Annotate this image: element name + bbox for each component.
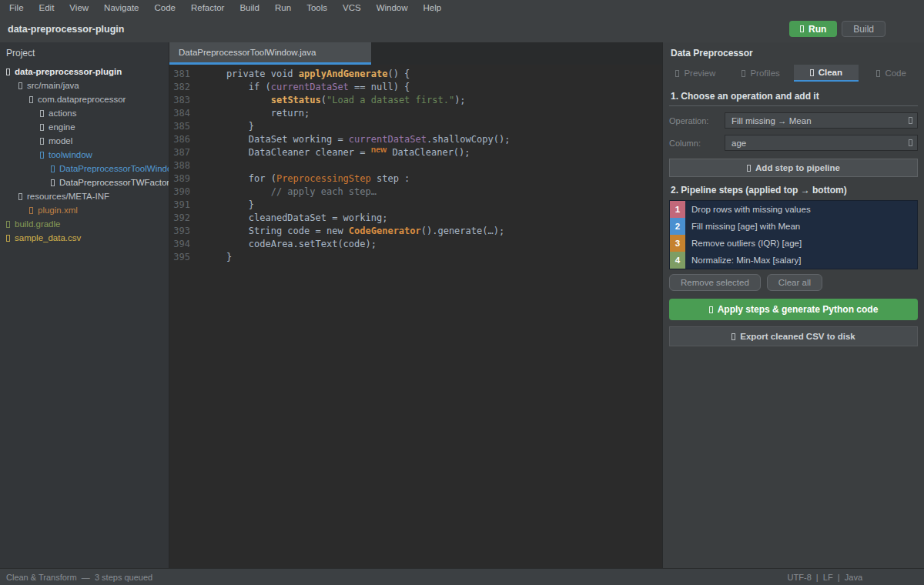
code-token: DataSet working = [204,134,349,145]
tab-preview[interactable]: Preview [663,65,728,82]
tree-item-build-gradle[interactable]: build.gradle [0,217,169,231]
menu-item-vcs[interactable]: VCS [335,2,369,14]
code-line-387[interactable]: 387 DataCleaner cleaner = new DataCleane… [169,146,662,159]
operation-label: Operation: [669,116,725,125]
pipeline-step-2[interactable]: 2Fill missing [age] with Mean [670,218,917,235]
file-icon [29,207,33,214]
line-number: 387 [169,146,190,159]
code-token: for ( [204,173,276,184]
tree-item-src-main-java[interactable]: src/main/java [0,79,169,92]
pipeline-actions: Remove selected Clear all [669,274,918,291]
tree-item-label: engine [49,122,75,132]
tab-label: Profiles [750,69,779,78]
menu-item-build[interactable]: Build [232,2,267,14]
step-number-badge: 4 [670,252,685,269]
tree-item-datapreprocessortoolwindow[interactable]: DataPreprocessorToolWindow [0,162,169,176]
tab-code[interactable]: Code [859,65,924,82]
tab-profiles[interactable]: Profiles [728,65,794,82]
menu-item-window[interactable]: Window [369,2,416,14]
pipeline-step-3[interactable]: 3Remove outliers (IQR) [age] [670,235,917,252]
menu-item-run[interactable]: Run [267,2,299,14]
tree-item-engine[interactable]: engine [0,120,169,134]
code-line-382[interactable]: 382 if (currentDataSet == null) { [169,81,662,94]
menu-item-edit[interactable]: Edit [32,2,62,14]
tree-item-model[interactable]: model [0,134,169,148]
tree-item-label: sample_data.csv [15,233,81,242]
code-token: cleanedDataSet = working; [204,212,387,223]
remove-selected-button[interactable]: Remove selected [669,274,761,291]
menu-item-navigate[interactable]: Navigate [96,2,146,14]
code-line-384[interactable]: 384 return; [169,107,662,120]
code-token: == null) { [349,82,410,92]
menu-item-view[interactable]: View [62,2,96,14]
project-title: data-preprocessor-plugin [8,24,124,35]
line-number: 391 [169,199,190,212]
tree-item-toolwindow[interactable]: toolwindow [0,148,169,162]
menu-item-file[interactable]: File [2,2,32,14]
menu-item-refactor[interactable]: Refactor [183,2,232,14]
code-line-383[interactable]: 383 setStatus("Load a dataset first."); [169,94,662,107]
step-label: Drop rows with missing values [685,201,811,218]
code-line-389[interactable]: 389 for (PreprocessingStep step : [169,172,662,186]
run-button[interactable]: Run [789,21,837,37]
column-dropdown-value: age [732,139,746,148]
project-panel-header: Project [0,42,169,65]
code-line-391[interactable]: 391 } [169,199,662,212]
tree-item-actions[interactable]: actions [0,106,169,120]
line-number: 392 [169,212,190,225]
tree-item-plugin-xml[interactable]: plugin.xml [0,203,169,217]
export-csv-button[interactable]: Export cleaned CSV to disk [669,326,918,346]
pipeline-step-4[interactable]: 4Normalize: Min-Max [salary] [670,252,917,269]
remove-selected-label: Remove selected [681,278,749,287]
step-label: Normalize: Min-Max [salary] [685,252,802,269]
code-line-393[interactable]: 393 String code = new CodeGenerator().ge… [169,225,662,238]
add-step-button[interactable]: Add step to pipeline [669,159,918,177]
tree-item-label: build.gradle [15,219,60,229]
code-line-394[interactable]: 394 codeArea.setText(code); [169,238,662,251]
line-number: 388 [169,159,190,172]
editor-tab[interactable]: DataPreprocessorToolWindow.java [169,42,371,65]
column-dropdown[interactable]: age [725,135,918,151]
apply-generate-button[interactable]: Apply steps & generate Python code [669,299,918,320]
code-token: if ( [204,82,271,92]
build-button[interactable]: Build [842,21,886,37]
file-encoding-status: UTF-8 | LF | Java [788,573,862,582]
column-label: Column: [669,139,725,148]
menu-item-code[interactable]: Code [146,2,183,14]
code-line-381[interactable]: 381 private void applyAndGenerate() { [169,68,662,81]
code-token: private void [204,69,299,79]
code-token: DataCleaner cleaner = [204,147,371,158]
code-area[interactable]: 381 private void applyAndGenerate() {382… [169,65,662,568]
project-tree: data-preprocessor-pluginsrc/main/javacom… [0,65,169,568]
operation-dropdown[interactable]: Fill missing → Mean [725,112,918,129]
menu-bar: FileEditViewNavigateCodeRefactorBuildRun… [0,0,924,15]
code-token: step : [371,173,410,184]
line-number: 394 [169,238,190,251]
code-line-388[interactable]: 388 [169,159,662,172]
tree-item-data-preprocessor-plugin[interactable]: data-preprocessor-plugin [0,65,169,79]
tree-item-resources-meta-inf[interactable]: resources/META-INF [0,189,169,203]
code-line-385[interactable]: 385 } [169,120,662,133]
tree-item-datapreprocessortwfactory[interactable]: DataPreprocessorTWFactory [0,176,169,189]
code-token: } [204,121,254,132]
title-row: data-preprocessor-plugin [0,15,924,42]
code-line-395[interactable]: 395 } [169,251,662,264]
tab-clean[interactable]: Clean [794,65,859,82]
status-message: Clean & Transform — 3 steps queued [6,573,152,582]
column-row: Column: age [669,135,918,151]
menu-item-tools[interactable]: Tools [299,2,335,14]
tree-item-sample-data-csv[interactable]: sample_data.csv [0,231,169,245]
menu-item-help[interactable]: Help [416,2,450,14]
code-token: CodeGenerator [349,226,421,236]
code-line-392[interactable]: 392 cleanedDataSet = working; [169,212,662,225]
code-token: () { [387,69,410,79]
line-number: 383 [169,94,190,107]
step-label: Fill missing [age] with Mean [685,218,800,235]
run-button-label: Run [808,24,826,35]
code-line-386[interactable]: 386 DataSet working = currentDataSet.sha… [169,133,662,146]
clear-all-button[interactable]: Clear all [767,274,822,291]
file-icon [6,235,10,242]
pipeline-step-1[interactable]: 1Drop rows with missing values [670,201,917,218]
tree-item-com-datapreprocessor[interactable]: com.datapreprocessor [0,92,169,106]
code-line-390[interactable]: 390 // apply each step… [169,186,662,199]
